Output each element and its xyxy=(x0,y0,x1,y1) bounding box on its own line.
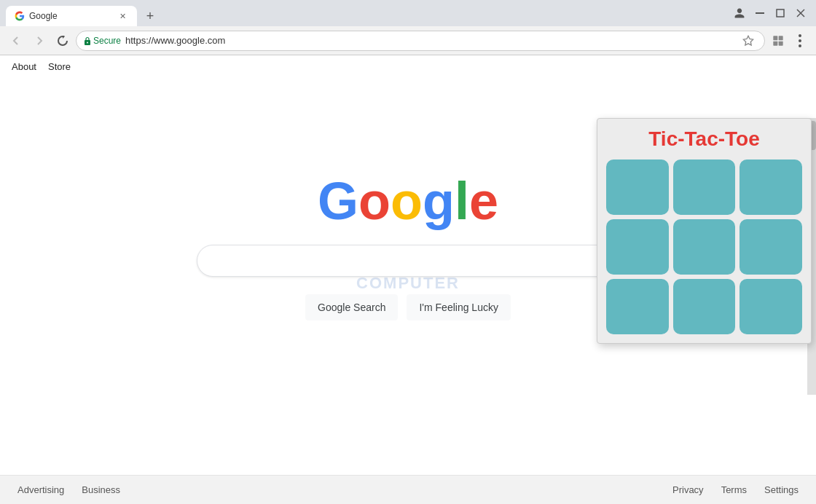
feeling-lucky-button[interactable]: I'm Feeling Lucky xyxy=(407,294,511,320)
ttt-grid xyxy=(606,160,802,334)
about-link[interactable]: About xyxy=(12,61,36,72)
ttt-cell-1[interactable] xyxy=(673,160,736,215)
svg-point-10 xyxy=(799,34,801,37)
active-tab[interactable]: Google ✕ xyxy=(6,6,137,26)
ttt-panel: Tic-Tac-Toe xyxy=(597,118,812,344)
logo-letter-g2: g xyxy=(423,175,455,227)
ttt-title: Tic-Tac-Toe xyxy=(606,127,802,151)
ttt-cell-8[interactable] xyxy=(740,279,802,334)
ttt-cell-6[interactable] xyxy=(606,279,669,334)
search-input[interactable] xyxy=(197,245,619,277)
svg-rect-1 xyxy=(777,9,784,17)
business-link[interactable]: Business xyxy=(82,484,120,495)
logo-letter-o2: o xyxy=(391,175,423,227)
top-nav: About Store xyxy=(0,55,816,78)
google-search-button[interactable]: Google Search xyxy=(305,294,398,320)
logo-letter-e: e xyxy=(469,175,498,227)
footer-left: Advertising Business xyxy=(17,484,120,495)
google-logo: G o o g l e xyxy=(318,175,498,227)
logo-letter-o1: o xyxy=(358,175,391,227)
svg-rect-5 xyxy=(87,42,88,43)
watermark: COMPUTER xyxy=(356,274,460,293)
svg-rect-9 xyxy=(779,41,783,45)
ttt-cell-2[interactable] xyxy=(740,160,802,215)
chrome-menu-button[interactable] xyxy=(790,31,810,51)
bookmark-icon[interactable] xyxy=(740,32,757,50)
logo-letter-l: l xyxy=(455,175,469,227)
svg-rect-8 xyxy=(773,41,777,45)
ttt-cell-3[interactable] xyxy=(606,219,669,275)
maximize-button[interactable] xyxy=(771,4,790,23)
ttt-cell-4[interactable] xyxy=(673,219,736,275)
footer-right: Privacy Terms Settings xyxy=(672,484,799,495)
tab-close-button[interactable]: ✕ xyxy=(117,10,128,22)
minimize-button[interactable] xyxy=(750,4,769,23)
tab-favicon xyxy=(15,11,25,21)
ttt-cell-0[interactable] xyxy=(606,160,669,215)
logo-letter-g: G xyxy=(318,175,358,227)
ttt-cell-5[interactable] xyxy=(740,219,802,275)
svg-point-12 xyxy=(799,44,801,47)
terms-link[interactable]: Terms xyxy=(721,484,747,495)
search-buttons: Google Search I'm Feeling Lucky xyxy=(305,294,511,320)
svg-rect-7 xyxy=(779,36,783,40)
toolbar: Secure https://www.google.com xyxy=(0,26,816,55)
svg-rect-6 xyxy=(773,36,777,40)
url-display: https://www.google.com xyxy=(125,35,735,46)
svg-point-11 xyxy=(799,39,801,42)
google-footer: Advertising Business Privacy Terms Setti… xyxy=(0,475,816,504)
search-bar-container xyxy=(197,245,619,277)
refresh-button[interactable] xyxy=(52,31,73,51)
advertising-link[interactable]: Advertising xyxy=(17,484,64,495)
profile-button[interactable] xyxy=(730,4,749,23)
ttt-cell-7[interactable] xyxy=(673,279,736,334)
new-tab-button[interactable]: + xyxy=(140,6,160,26)
settings-link[interactable]: Settings xyxy=(764,484,799,495)
address-bar[interactable]: Secure https://www.google.com xyxy=(76,31,765,51)
tab-title: Google xyxy=(29,11,112,21)
page-content: About Store G o o g l e COMPUTER xyxy=(0,55,816,504)
extensions-icon[interactable] xyxy=(768,31,788,51)
svg-rect-0 xyxy=(756,12,764,14)
secure-indicator: Secure xyxy=(84,36,121,46)
forward-button[interactable] xyxy=(29,31,50,51)
secure-label: Secure xyxy=(93,36,121,46)
store-link[interactable]: Store xyxy=(48,61,71,72)
privacy-link[interactable]: Privacy xyxy=(672,484,704,495)
back-button[interactable] xyxy=(6,31,26,51)
close-button[interactable] xyxy=(791,4,810,23)
